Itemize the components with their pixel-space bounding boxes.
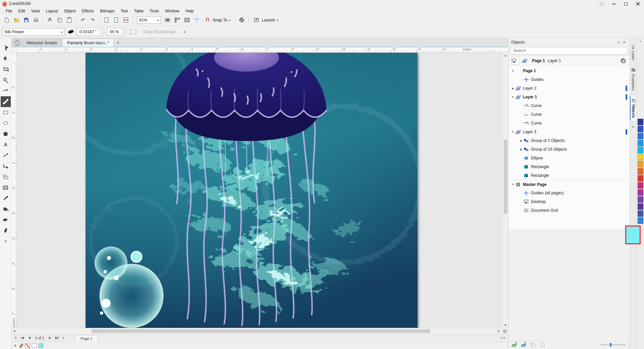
redo[interactable] [89, 16, 97, 24]
add-page-button[interactable] [12, 335, 19, 341]
menu-item[interactable]: Text [117, 8, 131, 14]
dock-tab-learn[interactable]: Learn [630, 43, 636, 62]
document-tab[interactable]: Painterly Brush tool.c..* [62, 39, 114, 47]
border-options-button[interactable] [129, 28, 137, 36]
color-swatch[interactable] [638, 203, 643, 210]
crop-tool[interactable] [1, 64, 11, 75]
save[interactable] [22, 16, 31, 24]
page-view-button[interactable] [511, 57, 519, 65]
shape-tool[interactable] [1, 53, 11, 64]
freehand-tool[interactable] [1, 86, 11, 96]
color-swatch[interactable] [638, 182, 643, 189]
tree-row[interactable]: Guides [508, 75, 630, 84]
open[interactable] [12, 16, 21, 24]
painterly-brush-tool[interactable] [1, 96, 11, 107]
new-document[interactable] [3, 16, 11, 24]
menu-item[interactable]: Window [162, 8, 182, 14]
close-button[interactable] [632, 0, 644, 7]
scroll-up-button[interactable] [503, 53, 508, 58]
vertical-ruler[interactable]: 21012345678 inches [11, 53, 17, 328]
menu-item[interactable]: Object [61, 8, 79, 14]
search-input[interactable] [511, 48, 627, 53]
row-status-icon[interactable] [623, 200, 627, 204]
menu-item[interactable]: View [28, 8, 43, 14]
home-tab[interactable] [12, 39, 21, 47]
tree-row[interactable]: Guides (all pages) [508, 189, 630, 197]
import[interactable] [102, 16, 111, 24]
add-preset-button[interactable] [181, 28, 188, 36]
transparency-input[interactable]: 55 % ▲▼ [107, 28, 126, 36]
add-docker-button[interactable] [630, 124, 636, 131]
tree-row[interactable]: Curve [508, 119, 630, 128]
maximize-button[interactable] [620, 0, 632, 7]
next-page-button[interactable] [47, 335, 53, 341]
dock-tab-properties[interactable]: Properties [630, 66, 636, 93]
spin-down-icon[interactable]: ▼ [121, 32, 126, 36]
document-color-swatch[interactable] [25, 343, 30, 348]
menu-item[interactable]: Help [182, 8, 197, 14]
spin-down-icon[interactable]: ▼ [99, 32, 104, 36]
menu-item[interactable]: Tools [147, 8, 162, 14]
add-tools-button[interactable] [1, 236, 11, 247]
pick-tool[interactable] [1, 43, 11, 53]
expander-icon[interactable]: ▶ [519, 148, 524, 151]
row-status-icon[interactable] [623, 208, 627, 213]
palette-expand-icon[interactable] [639, 39, 641, 44]
titlebar-extra-button[interactable] [596, 0, 608, 7]
color-swatch[interactable] [638, 147, 643, 153]
paste[interactable] [65, 16, 74, 24]
cut[interactable] [46, 16, 54, 24]
show-grid[interactable] [183, 16, 192, 24]
color-swatch[interactable] [638, 140, 643, 146]
document-color-swatch[interactable] [32, 343, 37, 348]
zoom-tool[interactable] [1, 75, 11, 86]
zoom-level-select[interactable]: 81% [137, 16, 161, 24]
tree-row[interactable]: ▼ Layer 3 [508, 128, 630, 136]
snap-to-dropdown[interactable]: Snap To [202, 16, 232, 24]
launch-dropdown[interactable]: Launch [251, 16, 280, 24]
menu-item[interactable]: Table [131, 8, 147, 14]
export[interactable] [112, 16, 121, 24]
polygon-tool[interactable] [1, 129, 11, 139]
drawing-viewport[interactable] [17, 53, 502, 328]
print[interactable] [32, 16, 41, 24]
fill-tool[interactable] [1, 204, 11, 214]
color-swatch[interactable] [638, 161, 643, 167]
spin-up-icon[interactable]: ▲ [99, 28, 104, 32]
row-status-icon[interactable] [611, 208, 615, 213]
color-swatch[interactable] [638, 126, 643, 132]
opacity-slider[interactable] [600, 344, 625, 345]
ellipse-tool[interactable] [1, 118, 11, 129]
color-swatch[interactable] [638, 175, 643, 182]
menu-item[interactable]: Bitmaps [97, 8, 117, 14]
document-color-swatch[interactable] [39, 343, 43, 348]
tree-row[interactable]: Ellipse [508, 154, 630, 162]
minimize-button[interactable] [608, 0, 620, 7]
delete-button[interactable] [540, 342, 546, 348]
color-swatch[interactable] [638, 133, 643, 139]
document-navigator-button[interactable] [501, 328, 508, 334]
color-swatch[interactable] [638, 217, 643, 224]
options-button[interactable] [237, 16, 246, 24]
tree-row[interactable]: ▼ Page 1 [508, 66, 630, 75]
expander-icon[interactable]: ▼ [511, 183, 516, 186]
copy[interactable] [55, 16, 64, 24]
expander-icon[interactable]: ▶ [511, 87, 516, 90]
nib-size-input[interactable]: 0.03187 " ▲▼ [77, 28, 104, 36]
tree-row[interactable]: Document Grid [508, 206, 630, 215]
spinner-arrows[interactable]: ▲▼ [121, 28, 126, 36]
tree-row[interactable]: ▶ Layer 2 [508, 84, 630, 93]
row-status-icon[interactable] [623, 78, 627, 82]
tree-row[interactable]: ▶ Group of 2 Objects [508, 136, 630, 145]
color-swatch[interactable] [638, 210, 643, 217]
tree-row[interactable]: Rectangle [508, 162, 630, 171]
expander-icon[interactable]: ▼ [511, 131, 516, 134]
first-page-button[interactable] [19, 335, 25, 341]
tree-row[interactable]: ▶ Group of 15 Objects [508, 145, 630, 154]
docker-options-gear-icon[interactable] [620, 57, 627, 64]
horizontal-ruler[interactable]: 2101234567891011121314 inches [17, 47, 508, 52]
row-status-icon[interactable] [623, 191, 627, 195]
new-master-layer-button[interactable] [521, 342, 527, 348]
menu-item[interactable]: Layout [43, 8, 61, 14]
scroll-down-button[interactable] [503, 322, 508, 328]
